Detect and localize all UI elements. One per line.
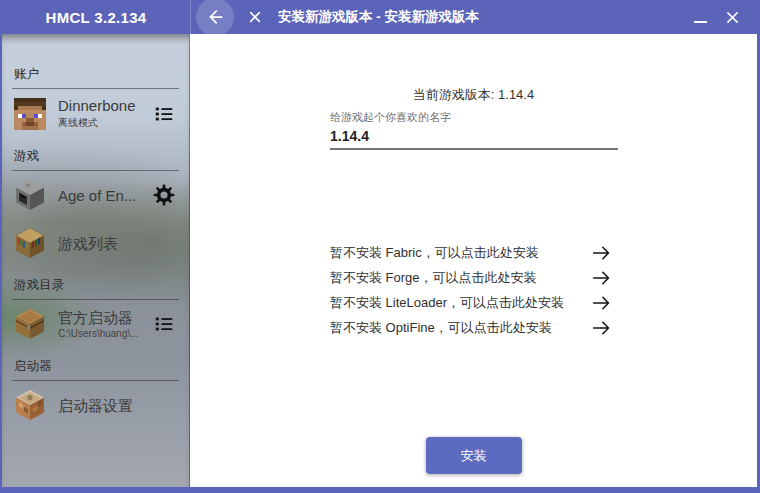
list-icon	[153, 313, 175, 335]
mod-install-rows: 暂不安装 Fabric，可以点击此处安装 暂不安装 Forge，可以点击此处安装…	[330, 240, 612, 340]
mod-row-optifine[interactable]: 暂不安装 OptiFine，可以点击此处安装	[330, 315, 612, 340]
mod-row-forge-label: 暂不安装 Forge，可以点击此处安装	[330, 269, 537, 287]
minimize-icon	[694, 21, 707, 23]
furnace-icon	[14, 179, 46, 211]
sidebar-item-directory[interactable]: 官方启动器 C:\Users\huang\...	[2, 300, 189, 348]
sidebar-item-game-list[interactable]: 游戏列表	[2, 219, 189, 267]
settings-label: 启动器设置	[58, 397, 177, 414]
game-name-field: 给游戏起个你喜欢的名字	[330, 110, 618, 150]
command-block-icon	[14, 389, 46, 421]
section-header-account: 账户	[12, 66, 179, 89]
account-name: Dinnerbone	[58, 97, 139, 114]
mod-row-liteloader[interactable]: 暂不安装 LiteLoader，可以点击此处安装	[330, 290, 612, 315]
close-icon	[724, 9, 741, 26]
section-header-game: 游戏	[12, 148, 179, 171]
page-title: 安装新游戏版本 - 安装新游戏版本	[278, 8, 479, 26]
directory-texts: 官方启动器 C:\Users\huang\...	[58, 309, 139, 339]
profile-settings-button[interactable]	[151, 183, 177, 207]
window-close-button[interactable]	[715, 0, 749, 34]
account-mode: 离线模式	[58, 116, 139, 130]
minimize-button[interactable]	[685, 0, 715, 34]
arrow-right-icon[interactable]	[591, 244, 612, 262]
install-button[interactable]: 安装	[426, 437, 522, 474]
directory-list-button[interactable]	[151, 313, 177, 335]
mod-row-optifine-label: 暂不安装 OptiFine，可以点击此处安装	[330, 319, 552, 337]
list-icon	[153, 103, 175, 125]
window-body: 账户	[2, 34, 757, 487]
game-list-label: 游戏列表	[58, 235, 177, 252]
arrow-right-icon[interactable]	[591, 269, 612, 287]
profile-texts: Age of En...	[58, 187, 139, 204]
bookshelf-icon	[14, 227, 46, 259]
account-list-button[interactable]	[151, 103, 177, 125]
current-version-text: 当前游戏版本: 1.14.4	[190, 86, 757, 104]
game-name-input[interactable]	[330, 128, 618, 144]
game-name-label: 给游戏起个你喜欢的名字	[330, 110, 618, 125]
sidebar-item-profile[interactable]: Age of En...	[2, 171, 189, 219]
sidebar: 账户	[2, 34, 190, 487]
back-button[interactable]	[196, 0, 234, 34]
page-close-button[interactable]	[242, 4, 268, 30]
app-frame: HMCL 3.2.134 安装新游戏版本 - 安装新游戏版本	[2, 0, 757, 487]
mod-row-fabric[interactable]: 暂不安装 Fabric，可以点击此处安装	[330, 240, 612, 265]
mod-row-forge[interactable]: 暂不安装 Forge，可以点击此处安装	[330, 265, 612, 290]
chest-icon	[14, 308, 46, 340]
mod-row-liteloader-label: 暂不安装 LiteLoader，可以点击此处安装	[330, 294, 564, 312]
main-panel: 当前游戏版本: 1.14.4 给游戏起个你喜欢的名字 暂不安装 Fabric，可…	[190, 34, 757, 487]
account-texts: Dinnerbone 离线模式	[58, 97, 139, 130]
profile-name: Age of En...	[58, 187, 139, 204]
directory-path: C:\Users\huang\...	[58, 328, 139, 339]
arrow-right-icon[interactable]	[591, 319, 612, 337]
titlebar-divider	[190, 0, 191, 34]
app-title: HMCL 3.2.134	[2, 9, 190, 26]
sidebar-item-settings[interactable]: 启动器设置	[2, 381, 189, 429]
directory-name: 官方启动器	[58, 309, 139, 326]
back-arrow-icon	[205, 7, 225, 27]
arrow-right-icon[interactable]	[591, 294, 612, 312]
close-icon	[247, 9, 263, 25]
titlebar: HMCL 3.2.134 安装新游戏版本 - 安装新游戏版本	[2, 0, 757, 34]
game-list-texts: 游戏列表	[58, 235, 177, 252]
settings-texts: 启动器设置	[58, 397, 177, 414]
section-header-directory: 游戏目录	[12, 277, 179, 300]
hmcl-window: HMCL 3.2.134 安装新游戏版本 - 安装新游戏版本	[0, 0, 760, 493]
sidebar-item-account[interactable]: Dinnerbone 离线模式	[2, 89, 189, 138]
mod-row-fabric-label: 暂不安装 Fabric，可以点击此处安装	[330, 244, 539, 262]
section-header-launcher: 启动器	[12, 358, 179, 381]
steve-avatar-icon	[14, 98, 46, 130]
gear-icon	[152, 183, 176, 207]
